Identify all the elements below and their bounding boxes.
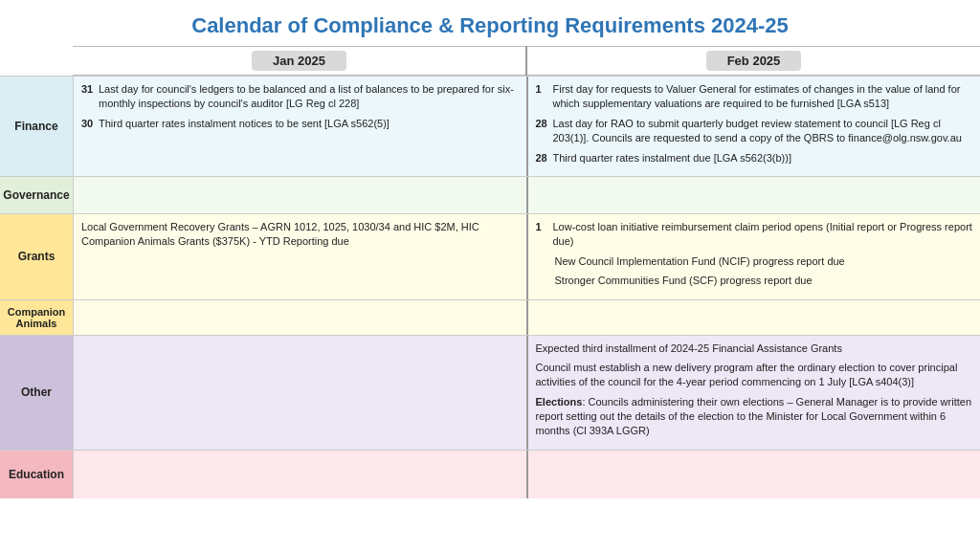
finance-row: Finance 31 Last day for council's ledger…	[0, 76, 980, 176]
governance-row: Governance	[0, 176, 980, 213]
other-jan-content	[73, 336, 527, 450]
companion-row: Companion Animals	[0, 299, 980, 335]
companion-feb-content	[527, 300, 981, 335]
other-category: Other	[0, 336, 73, 450]
other-feb-content: Expected third installment of 2024-25 Fi…	[527, 336, 981, 450]
governance-jan-content	[73, 177, 527, 213]
feb-header: Feb 2025	[527, 46, 980, 76]
month-header-row: Jan 2025 Feb 2025	[0, 46, 980, 76]
finance-category: Finance	[0, 77, 73, 176]
jan-header: Jan 2025	[73, 46, 525, 76]
grants-row: Grants Local Government Recovery Grants …	[0, 213, 980, 299]
page-title: Calendar of Compliance & Reporting Requi…	[0, 0, 980, 46]
education-row: Education	[0, 450, 980, 498]
governance-category: Governance	[0, 177, 73, 213]
companion-category: Companion Animals	[0, 300, 73, 335]
education-feb-content	[527, 451, 981, 498]
education-category: Education	[0, 451, 73, 498]
governance-feb-content	[527, 177, 981, 213]
companion-jan-content	[73, 300, 527, 335]
finance-feb-content: 1 First day for requests to Valuer Gener…	[527, 77, 981, 176]
other-row: Other Expected third installment of 2024…	[0, 335, 980, 450]
grants-jan-content: Local Government Recovery Grants – AGRN …	[73, 214, 527, 299]
finance-jan-content: 31 Last day for council's ledgers to be …	[73, 77, 527, 176]
education-jan-content	[73, 451, 527, 498]
grants-feb-content: 1 Low-cost loan initiative reimbursement…	[527, 214, 981, 299]
grants-category: Grants	[0, 214, 73, 299]
